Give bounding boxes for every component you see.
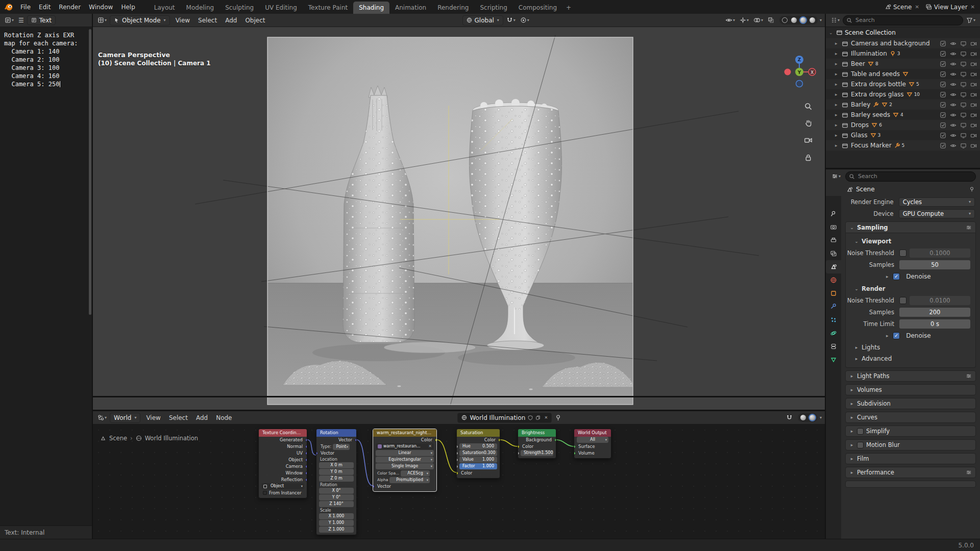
shader-menu-view[interactable]: View	[142, 413, 164, 423]
section-light-paths[interactable]: ▸Light Paths	[845, 370, 976, 382]
node-texture-coordinate[interactable]: Texture Coordinate GeneratedNormalUVObje…	[258, 429, 307, 498]
section-performance[interactable]: ▸Performance	[845, 467, 976, 478]
mapping-loc-field[interactable]: Z 0 m	[319, 475, 354, 482]
workspace-tab-compositing[interactable]: Compositing	[513, 2, 562, 14]
denoise-row[interactable]: ▸✓ Denoise	[846, 271, 975, 282]
viewport-canvas[interactable]: Camera Perspective (10) Scene Collection…	[93, 28, 825, 410]
noise-threshold-checkbox[interactable]	[899, 249, 906, 257]
properties-tab-object[interactable]	[826, 287, 841, 300]
collection-name[interactable]: Drops	[851, 121, 869, 129]
disable-viewport-icon[interactable]	[960, 122, 967, 129]
expand-icon[interactable]: ▸	[835, 71, 840, 77]
expand-icon[interactable]: ▸	[835, 51, 840, 56]
hide-viewport-eye-icon[interactable]	[950, 81, 957, 88]
blender-logo-icon[interactable]	[4, 3, 13, 12]
node-header[interactable]: Saturation	[457, 429, 500, 437]
noise-threshold-value[interactable]: 0.0100	[910, 296, 970, 305]
filter-icon[interactable]: ▾	[965, 16, 977, 24]
outliner-row-extra-drops-glass[interactable]: ▸Extra drops glass10	[826, 89, 980, 99]
snap-node-icon[interactable]	[785, 413, 794, 422]
properties-editor[interactable]: ▾ Scene Render Engine Cycles▾	[826, 169, 980, 539]
vector-input-socket[interactable]	[373, 485, 375, 488]
disable-render-camera-icon[interactable]	[970, 102, 977, 108]
mapping-rot-field[interactable]: Z 140°	[319, 501, 354, 507]
disable-render-camera-icon[interactable]	[970, 81, 977, 88]
outliner-search-input[interactable]	[843, 15, 963, 26]
reflection-output-socket[interactable]	[305, 478, 307, 482]
denoise-row[interactable]: ▸✓ Denoise	[846, 330, 975, 341]
exclude-checkbox-icon[interactable]	[940, 51, 946, 57]
noise-threshold-checkbox[interactable]	[899, 297, 906, 304]
node-header[interactable]: Brightness	[518, 429, 556, 437]
axis-y-label[interactable]: Y	[797, 70, 801, 75]
workspace-tab-sculpting[interactable]: Sculpting	[219, 2, 259, 14]
pin-icon[interactable]	[553, 413, 563, 422]
mapping-scale-field[interactable]: Z 1.000	[319, 527, 354, 533]
menu-render[interactable]: Render	[55, 2, 85, 12]
noise-threshold-value[interactable]: 0.1000	[910, 248, 970, 258]
expand-icon[interactable]: ⌄	[829, 30, 834, 35]
vector-output-socket[interactable]	[355, 438, 356, 442]
code-line[interactable]: Camera 4: 160	[0, 72, 92, 80]
exclude-checkbox-icon[interactable]	[940, 91, 946, 98]
shading-wireframe-button[interactable]	[781, 16, 789, 24]
shading-material-button[interactable]	[799, 16, 807, 24]
node-canvas[interactable]: Scene › World Illumination Texture Coord…	[93, 424, 825, 539]
exclude-checkbox-icon[interactable]	[940, 40, 946, 47]
lock-view-icon[interactable]	[804, 153, 813, 162]
workspace-tab-layout[interactable]: Layout	[149, 2, 181, 14]
color-output-socket[interactable]	[435, 438, 436, 442]
menu-edit[interactable]: Edit	[35, 2, 55, 12]
section-film[interactable]: ▸Film	[845, 453, 976, 464]
hide-viewport-eye-icon[interactable]	[950, 61, 957, 67]
collection-name[interactable]: Extra drops glass	[851, 91, 904, 98]
unlink-image-icon[interactable]: ✕	[427, 443, 432, 449]
code-line[interactable]: map for each camera:	[0, 39, 92, 47]
source-select[interactable]: Single Image	[376, 463, 434, 469]
expand-icon[interactable]: ▸	[835, 112, 840, 117]
collection-name[interactable]: Illumination	[851, 50, 887, 57]
pan-hand-icon[interactable]	[804, 118, 813, 127]
node-environment-texture[interactable]: warm_restaurant_night_2k.exr Color warm_…	[373, 429, 437, 492]
disable-viewport-icon[interactable]	[960, 142, 967, 149]
collection-name[interactable]: Focus Marker	[851, 142, 892, 149]
expand-icon[interactable]: ▸	[835, 82, 840, 87]
section-simplify[interactable]: ▸Simplify	[845, 425, 976, 437]
text-scrollbar[interactable]	[89, 29, 91, 315]
collection-name[interactable]: Table and seeds	[851, 70, 900, 78]
factor-field[interactable]: Factor1.000	[459, 463, 497, 469]
unlink-world-icon[interactable]: ✕	[543, 415, 548, 420]
section-curves[interactable]: ▸Curves	[845, 412, 976, 423]
disable-viewport-icon[interactable]	[960, 102, 967, 108]
remove-view-layer-icon[interactable]: ✕	[970, 4, 976, 10]
properties-tab-output[interactable]	[826, 234, 841, 247]
node-header[interactable]: World Output	[574, 429, 611, 437]
hide-viewport-eye-icon[interactable]	[950, 112, 957, 118]
disable-viewport-icon[interactable]	[960, 81, 967, 88]
world-datablock-field[interactable]: World Illumination ✕	[457, 413, 552, 423]
expand-icon[interactable]: ▸	[835, 133, 840, 138]
surface-input-socket[interactable]	[574, 445, 576, 448]
editor-type-icon[interactable]: ▾	[3, 16, 15, 24]
node-world-output[interactable]: World Output All Surface Volume	[574, 429, 611, 459]
outliner-row-drops[interactable]: ▸Drops6	[826, 120, 980, 130]
navigation-gizmo[interactable]: Z X Y	[782, 54, 817, 88]
mapping-loc-field[interactable]: Y 0 m	[319, 469, 354, 475]
disable-render-camera-icon[interactable]	[970, 122, 977, 129]
menu-file[interactable]: File	[16, 2, 35, 12]
fake-user-shield-icon[interactable]	[528, 415, 533, 420]
exclude-checkbox-icon[interactable]	[940, 112, 946, 118]
normal-output-socket[interactable]	[305, 445, 307, 448]
add-workspace-button[interactable]: +	[562, 2, 575, 14]
collection-name[interactable]: Barley	[851, 101, 870, 108]
section-sampling[interactable]: ⌄Sampling	[845, 221, 976, 233]
exclude-checkbox-icon[interactable]	[940, 71, 946, 78]
saturation-field[interactable]: Saturation0.300	[459, 450, 497, 456]
preview-sphere-button[interactable]	[808, 414, 816, 421]
expand-icon[interactable]: ▸	[835, 92, 840, 97]
color-output-socket[interactable]	[498, 438, 500, 442]
editor-type-icon[interactable]: ▾	[96, 413, 108, 422]
subsection-render[interactable]: ⌄Render	[846, 283, 975, 294]
time-limit-value[interactable]: 0 s	[899, 319, 970, 329]
properties-tab-modifiers[interactable]	[826, 300, 841, 313]
